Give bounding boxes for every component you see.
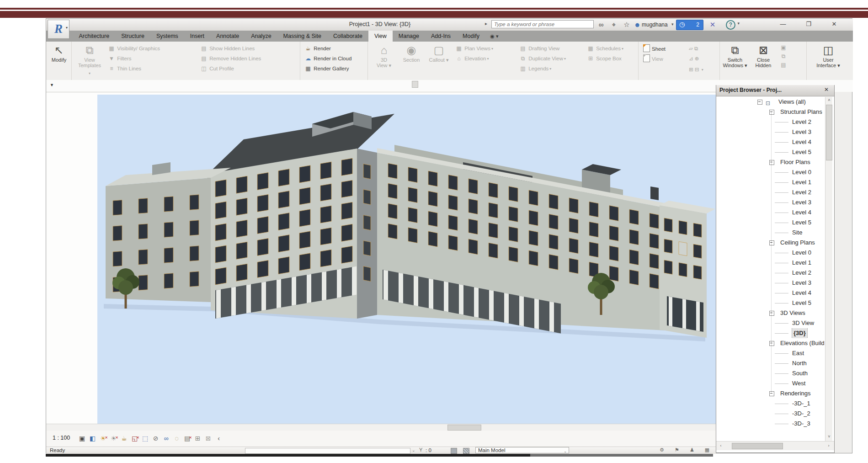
scale-button[interactable]: 1 : 100 [53, 435, 70, 441]
favorites-star-icon[interactable]: ☆ [620, 20, 633, 29]
collapse-expander-icon[interactable] [769, 240, 774, 245]
tree-item-north[interactable]: North [716, 358, 824, 368]
tab-manage[interactable]: Manage [393, 31, 425, 42]
new-window-icon[interactable]: ▣ [778, 43, 788, 52]
tree-item-level-4[interactable]: Level 4 [716, 208, 824, 218]
scroll-up-icon[interactable]: ˄ [825, 98, 833, 102]
render-dialog-icon[interactable]: ☕ [119, 434, 129, 443]
tree-item-3d-2[interactable]: -3D-_2 [716, 409, 824, 419]
revision-icons[interactable]: ⊿ ⊕ [689, 54, 699, 63]
switch-windows-button[interactable]: ⧉SwitchWindows ▾ [723, 43, 747, 68]
select-underlay-icon[interactable]: ▦ [702, 447, 713, 453]
editing-requests-icon[interactable]: Y [419, 447, 422, 452]
filters-button[interactable]: ▼ Filters [107, 54, 132, 63]
scroll-right-icon[interactable]: › [825, 443, 832, 448]
guide-grid-icons[interactable]: ⊞ ⊟ ▾ [689, 65, 703, 74]
tree-item-level-1[interactable]: Level 1 [716, 177, 824, 187]
tree-item-3d-view[interactable]: 3D View [716, 318, 824, 328]
communication-center-icon[interactable]: ⌖ [607, 20, 620, 29]
tree-item-level-2[interactable]: Level 2 [716, 268, 824, 278]
collapse-bar-icon[interactable]: ‹ [214, 434, 224, 443]
close-button[interactable]: ✕ [824, 19, 845, 30]
user-menu-caret-icon[interactable]: ▾ [671, 22, 674, 27]
tree-item-3d[interactable]: {3D} [716, 328, 824, 338]
tree-item-level-1[interactable]: Level 1 [716, 258, 824, 268]
design-options-select[interactable]: Main Model⌄ [475, 447, 569, 453]
project-browser-close-icon[interactable]: ✕ [824, 86, 829, 93]
infocenter-expand-icon[interactable]: ▸ [485, 21, 487, 26]
application-menu-button[interactable]: R▾ [48, 20, 69, 39]
tree-item-site[interactable]: Site [716, 228, 824, 238]
displacement-icon[interactable]: ⊠ [203, 434, 213, 443]
tree-item-views-all[interactable]: ⊡Views (all) [716, 97, 824, 107]
tree-item-level-4[interactable]: Level 4 [716, 288, 824, 298]
tab-analyze[interactable]: Analyze [245, 31, 277, 42]
tree-item-level-4[interactable]: Level 4 [716, 137, 824, 147]
tree-item-level-3[interactable]: Level 3 [716, 278, 824, 288]
press-drag-icon[interactable]: ⚑ [671, 447, 682, 453]
place-view-button[interactable]: View [643, 54, 663, 63]
select-pinned-icon[interactable]: ♟ [687, 447, 698, 453]
render-button[interactable]: ☕ Render [304, 44, 331, 53]
project-browser-header[interactable]: Project Browser - Proj... ✕ [716, 85, 834, 96]
crop-view-icon[interactable]: ◱✕ [130, 434, 139, 443]
tree-item-level-3[interactable]: Level 3 [716, 197, 824, 208]
tree-item-level-5[interactable]: Level 5 [716, 298, 824, 308]
tab-annotate[interactable]: Annotate [210, 31, 245, 42]
worksharing-display-toggle[interactable] [451, 448, 457, 454]
tree-item-renderings[interactable]: Renderings [716, 388, 824, 399]
tree-item-3d-1[interactable]: -3D-_1 [716, 399, 824, 409]
canvas-horizontal-scrollbar[interactable] [46, 424, 716, 431]
elevation-button[interactable]: ⌂ Elevation▾ [455, 54, 489, 63]
tab-modify[interactable]: Modify [457, 31, 485, 42]
collapse-expander-icon[interactable] [769, 110, 774, 115]
visibility-graphics-button[interactable]: ▦ Visibility/ Graphics [107, 44, 160, 53]
modify-button[interactable]: ↖ Modify [47, 43, 71, 63]
3d-view-button[interactable]: ⌂3DView ▾ [372, 43, 396, 68]
temporary-view-properties-icon[interactable]: ▤✕ [182, 434, 192, 443]
tree-item-level-2[interactable]: Level 2 [716, 117, 824, 127]
drawing-area[interactable] [46, 92, 716, 424]
render-in-cloud-button[interactable]: ☁ Render in Cloud [304, 54, 351, 63]
schedules-button[interactable]: ▦ Schedules▾ [586, 44, 623, 53]
hide-isolate-icon[interactable]: ∞ [161, 434, 171, 443]
tab-add-ins[interactable]: Add-Ins [425, 31, 457, 42]
tab-systems[interactable]: Systems [150, 31, 184, 42]
crop-region-icon[interactable]: ⬚ [140, 434, 150, 443]
collapse-expander-icon[interactable] [769, 160, 774, 165]
collapse-expander-icon[interactable] [769, 311, 774, 316]
tab-massing-site[interactable]: Massing & Site [277, 31, 327, 42]
tree-item-level-2[interactable]: Level 2 [716, 187, 824, 197]
tree-item-level-0[interactable]: Level 0 [716, 167, 824, 177]
shadows-icon[interactable]: ☀✕ [109, 434, 118, 443]
view-templates-button[interactable]: ⧉ View Templates ▾ [77, 43, 102, 76]
tree-item-level-5[interactable]: Level 5 [716, 218, 824, 228]
tree-item-level-3[interactable]: Level 3 [716, 127, 824, 137]
model-3d-viewport[interactable] [97, 95, 716, 424]
tree-item-structural-plans[interactable]: Structural Plans [716, 107, 824, 117]
titleblock-icon[interactable]: ▱ ⧉ [689, 44, 698, 53]
callout-button[interactable]: ▢Callout ▾ [426, 43, 451, 63]
tree-item-level-0[interactable]: Level 0 [716, 248, 824, 258]
properties-caret-icon[interactable]: ▼ [50, 83, 54, 87]
tree-item-3d-views[interactable]: 3D Views [716, 308, 824, 318]
visual-style-icon[interactable]: ◧ [88, 434, 97, 443]
status-caret-icon[interactable]: ⌄ [412, 448, 415, 452]
search-input[interactable] [491, 20, 594, 28]
user-interface-button[interactable]: ◫UserInterface ▾ [816, 43, 841, 68]
render-gallery-button[interactable]: ▦ Render Gallery [304, 64, 349, 73]
drafting-view-button[interactable]: ▤ Drafting View [519, 44, 559, 53]
exchange-apps-icon[interactable]: ✕ [706, 20, 719, 29]
plan-views-button[interactable]: ▦ Plan Views▾ [455, 44, 493, 53]
tab-insert[interactable]: Insert [184, 31, 210, 42]
tree-item-south[interactable]: South [716, 368, 824, 378]
browser-scroll-thumb[interactable] [826, 105, 832, 160]
thin-lines-button[interactable]: ≡ Thin Lines [107, 64, 141, 73]
tab-architecture[interactable]: Architecture [73, 31, 115, 42]
tile-icon[interactable]: ▤ [778, 61, 788, 69]
restore-button[interactable]: ❐ [798, 19, 819, 30]
panel-return-handle[interactable] [412, 81, 418, 88]
search-icon[interactable]: ∞ [595, 20, 607, 29]
duplicate-view-button[interactable]: ⧉ Duplicate View▾ [519, 54, 566, 63]
tree-item-elevations-building-elevation[interactable]: Elevations (Building Elevation) [716, 338, 824, 348]
